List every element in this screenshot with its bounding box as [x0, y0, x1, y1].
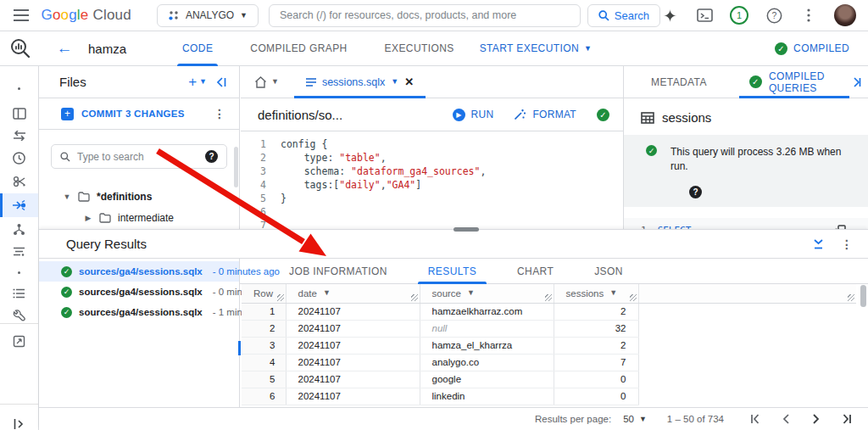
column-resize-handle[interactable]: [411, 294, 418, 301]
run-button[interactable]: ▶ RUN: [453, 109, 494, 121]
rail-network-icon[interactable]: [0, 217, 38, 241]
back-arrow-icon[interactable]: ←: [53, 39, 76, 58]
previous-page-icon[interactable]: [776, 414, 795, 424]
code-editor[interactable]: 1config {2 type: "table",3 schema: "data…: [241, 131, 623, 228]
start-execution-button[interactable]: START EXECUTION ▼: [480, 42, 593, 54]
rail-list-icon[interactable]: [0, 282, 38, 305]
chevron-expanded-icon[interactable]: ▼: [63, 193, 71, 201]
column-resize-handle[interactable]: [848, 294, 854, 301]
close-tab-icon[interactable]: ✕: [404, 75, 414, 88]
commit-changes-button[interactable]: COMMIT 3 CHANGES: [81, 109, 185, 119]
user-avatar[interactable]: [834, 4, 856, 26]
table-scrollbar[interactable]: [860, 285, 867, 406]
tab-compiled-queries[interactable]: ✓ COMPILED QUERIES: [739, 66, 849, 98]
rail-filter-icon[interactable]: [0, 239, 38, 263]
collapse-files-panel-icon[interactable]: [215, 77, 227, 87]
file-search-input[interactable]: Type to search ?: [51, 144, 227, 169]
collapse-results-icon[interactable]: [813, 239, 824, 249]
page-size-selector[interactable]: 50 ▼: [623, 414, 647, 424]
column-resize-handle[interactable]: [545, 294, 552, 301]
collapse-right-panel-icon[interactable]: [849, 77, 861, 87]
files-scrollbar[interactable]: [234, 147, 238, 187]
tab-compiled-graph[interactable]: COMPILED GRAPH: [231, 31, 365, 66]
column-header-date[interactable]: date▼: [286, 284, 420, 303]
query-results-main: JOB INFORMATION RESULTS CHART JSON Rowda…: [240, 258, 868, 407]
table-cell: null: [420, 320, 554, 337]
query-history-item[interactable]: ✓sources/ga4/sessions.sqlx- 1 minute ago: [39, 302, 239, 322]
menu-icon[interactable]: [8, 3, 34, 28]
first-page-icon[interactable]: [746, 414, 765, 424]
tab-job-information[interactable]: JOB INFORMATION: [269, 259, 408, 284]
results-table-wrap: Rowdate▼source▼sessions▼ 120241107hamzae…: [242, 284, 856, 407]
tab-json[interactable]: JSON: [574, 259, 643, 284]
dataform-logo-icon[interactable]: [0, 37, 41, 59]
compiled-status-label: COMPILED: [793, 42, 849, 54]
home-tab[interactable]: ▼: [254, 76, 279, 88]
tab-chart[interactable]: CHART: [497, 259, 574, 284]
check-circle-icon: ✓: [749, 75, 762, 88]
compiled-queries-panel: METADATA ✓ COMPILED QUERIES sessions ✓ T…: [623, 66, 868, 229]
tab-metadata[interactable]: METADATA: [641, 66, 717, 98]
query-history-item[interactable]: ✓sources/ga4/sessions.sqlx- 0 minutes ag…: [39, 282, 239, 302]
chevron-down-icon: ▼: [271, 78, 279, 86]
tab-results[interactable]: RESULTS: [408, 259, 497, 284]
format-button[interactable]: FORMAT: [514, 109, 576, 120]
sort-icon[interactable]: ▼: [467, 289, 475, 297]
column-header-source[interactable]: source▼: [420, 284, 554, 303]
cloud-shell-icon[interactable]: [695, 6, 714, 25]
column-resize-handle[interactable]: [630, 294, 637, 301]
help-icon[interactable]: ?: [765, 6, 783, 25]
tree-item-intermediate[interactable]: ▶ intermediate: [39, 207, 239, 228]
table-row[interactable]: 620241107linkedin0: [242, 388, 856, 405]
more-options-icon[interactable]: [799, 6, 818, 25]
column-header-sessions[interactable]: sessions▼: [554, 284, 638, 303]
file-lines-icon: [306, 78, 316, 87]
right-panel-tabs: METADATA ✓ COMPILED QUERIES: [624, 66, 868, 98]
column-resize-handle[interactable]: [277, 294, 284, 301]
rail-dataform-icon[interactable]: [0, 193, 38, 217]
rail-dot-icon: [0, 76, 38, 100]
global-search-input[interactable]: Search (/) for resources, docs, products…: [269, 4, 581, 27]
new-file-button[interactable]: + ▼: [188, 74, 207, 91]
gemini-sparkle-icon[interactable]: [660, 6, 679, 25]
rail-panel-icon[interactable]: [0, 102, 38, 126]
table-cell: [638, 388, 856, 405]
table-row[interactable]: 120241107hamzaelkharraz.com2: [242, 303, 856, 320]
table-row[interactable]: 320241107hamza_el_kharrza2: [242, 337, 856, 354]
chevron-collapsed-icon[interactable]: ▶: [84, 214, 92, 222]
code-line: 2 type: "table",: [241, 151, 623, 165]
query-history-item[interactable]: ✓sources/ga4/sessions.sqlx- 0 minutes ag…: [39, 261, 239, 282]
sort-icon[interactable]: ▼: [323, 289, 331, 297]
commit-plus-icon[interactable]: +: [61, 108, 74, 120]
search-button[interactable]: Search: [587, 4, 660, 27]
table-cell: 1: [242, 303, 286, 320]
tab-code[interactable]: CODE: [164, 31, 231, 66]
active-sessions-badge[interactable]: 1: [730, 6, 748, 25]
tab-executions[interactable]: EXECUTIONS: [366, 31, 473, 66]
table-row[interactable]: 420241107analygo.co7: [242, 354, 856, 371]
rail-release-config-icon[interactable]: [0, 329, 38, 353]
editor-tab-sessions-sqlx[interactable]: sessions.sqlx ▼ ✕: [294, 66, 426, 98]
table-cell: 20241107: [286, 354, 420, 371]
rail-schedule-icon[interactable]: [0, 146, 38, 170]
panel-drag-handle[interactable]: [453, 227, 479, 232]
commit-more-options-icon[interactable]: ⋮: [210, 107, 229, 120]
rail-transfer-icon[interactable]: [0, 124, 38, 148]
last-page-icon[interactable]: [837, 414, 856, 424]
files-panel-header: Files + ▼: [39, 66, 239, 98]
rail-dot-icon-2: [0, 260, 38, 284]
results-more-options-icon[interactable]: ⋮: [837, 237, 856, 251]
next-page-icon[interactable]: [807, 414, 826, 424]
column-header-row[interactable]: Row: [242, 284, 286, 303]
rail-sessions-icon[interactable]: [0, 170, 38, 193]
table-row[interactable]: 220241107null32: [242, 320, 856, 337]
commit-row: + COMMIT 3 CHANGES ⋮: [39, 98, 239, 130]
project-selector[interactable]: ANALYGO ▼: [157, 4, 259, 27]
table-row[interactable]: 520241107google0: [242, 371, 856, 388]
sort-icon[interactable]: ▼: [609, 289, 617, 297]
info-help-icon[interactable]: ?: [689, 186, 702, 198]
search-help-icon[interactable]: ?: [205, 150, 218, 163]
tree-item-definitions[interactable]: ▼ *definitions: [39, 186, 239, 207]
folder-icon: [78, 192, 90, 202]
rail-expand-panel-icon[interactable]: [0, 412, 38, 430]
